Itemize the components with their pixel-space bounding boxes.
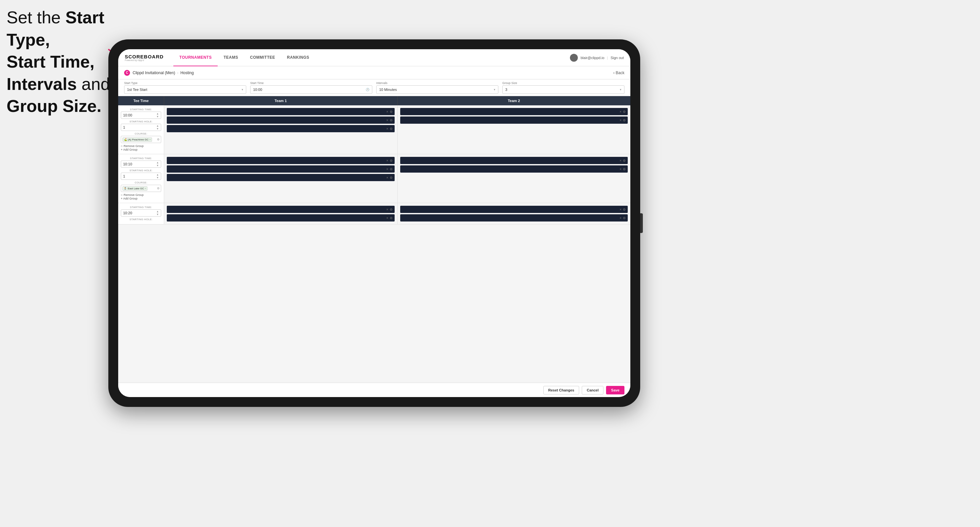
starting-time-input-1[interactable]: 10:00 ▲▼ <box>121 111 161 119</box>
list-item: × ⚙ <box>400 157 628 164</box>
remove-group-1[interactable]: ○ Remove Group <box>121 144 161 148</box>
time-stepper-3[interactable]: ▲▼ <box>156 210 159 216</box>
start-type-select[interactable]: 1st Tee Start ▾ <box>124 85 246 94</box>
player-settings-icon[interactable]: ⚙ <box>390 119 393 122</box>
add-group-2[interactable]: + Add Group <box>121 197 161 200</box>
player-settings-icon[interactable]: ⚙ <box>390 176 393 179</box>
player-settings-icon[interactable]: ⚙ <box>390 127 393 130</box>
player-settings-icon[interactable]: ⚙ <box>390 208 393 211</box>
nav-item-teams[interactable]: TEAMS <box>218 49 244 66</box>
team2-col-1: × ⚙ × ⚙ <box>398 105 631 154</box>
player-remove-icon[interactable]: × <box>619 208 622 211</box>
course-field-2[interactable]: 🏌 East Lake GC × ⚙ <box>121 185 161 192</box>
user-email: blair@clippd.io <box>581 56 604 60</box>
list-item: × ⚙ <box>167 125 395 132</box>
chevron-down-icon-3: ▾ <box>620 88 622 91</box>
start-time-select[interactable]: 10:00 🕐 <box>250 85 372 94</box>
player-remove-icon[interactable]: × <box>387 176 388 179</box>
course-tag-2: 🏌 East Lake GC × <box>123 186 147 190</box>
annotation-text: Set the Start Type, Start Time, Interval… <box>6 6 111 117</box>
table-row: STARTING TIME: 10:10 ▲▼ STARTING HOLE: 1… <box>118 154 630 203</box>
annotation-start-time: Start Time, <box>6 52 95 71</box>
player-remove-icon[interactable]: × <box>619 159 622 162</box>
player-settings-icon[interactable]: ⚙ <box>390 159 393 162</box>
tee-side-1: STARTING TIME: 10:00 ▲▼ STARTING HOLE: 1… <box>118 105 164 154</box>
player-remove-icon[interactable]: × <box>387 167 388 171</box>
col-tee-time: Tee Time <box>118 96 164 105</box>
nav-item-tournaments[interactable]: TOURNAMENTS <box>173 49 218 66</box>
starting-time-input-2[interactable]: 10:10 ▲▼ <box>121 160 161 168</box>
nav-right: blair@clippd.io | Sign out <box>570 54 624 62</box>
course-field-1[interactable]: ⛳ (A) Peachtree GC × ⚙ <box>121 136 161 143</box>
player-remove-icon[interactable]: × <box>387 159 388 162</box>
player-remove-icon[interactable]: × <box>387 119 388 122</box>
nav-item-committee[interactable]: COMMITTEE <box>244 49 281 66</box>
circle-icon-2: ○ <box>121 193 123 197</box>
team1-col-2: × ⚙ × ⚙ × ⚙ <box>164 154 398 203</box>
course-icon-1: ⛳ <box>124 138 127 141</box>
course-name-2: East Lake GC <box>128 187 144 190</box>
starting-hole-input-1[interactable]: 1 ▲▼ <box>121 124 161 131</box>
course-settings-icon-1[interactable]: ⚙ <box>157 138 159 141</box>
start-time-group: Start Time 10:00 🕐 <box>250 81 372 94</box>
sub-nav-title[interactable]: Clippd Invitational (Men) <box>133 71 175 75</box>
player-settings-icon[interactable]: ⚙ <box>390 110 393 114</box>
player-settings-icon[interactable]: ⚙ <box>623 110 626 114</box>
course-remove-1[interactable]: × <box>150 138 151 141</box>
player-remove-icon[interactable]: × <box>387 208 388 211</box>
intervals-select[interactable]: 10 Minutes ▾ <box>376 85 498 94</box>
team2-col-2: × ⚙ × ⚙ <box>398 154 631 203</box>
player-settings-icon[interactable]: ⚙ <box>623 208 626 211</box>
hole-stepper-2[interactable]: ▲▼ <box>156 173 159 179</box>
logo: SCOREBOARD Powered by clipp'd <box>125 54 164 61</box>
course-settings-icon-2[interactable]: ⚙ <box>157 187 159 190</box>
player-settings-icon[interactable]: ⚙ <box>390 167 393 171</box>
player-remove-icon[interactable]: × <box>619 119 622 122</box>
save-button[interactable]: Save <box>606 386 624 394</box>
teams-side-1: × ⚙ × ⚙ × ⚙ × <box>164 105 630 154</box>
col-team1: Team 1 <box>164 96 397 105</box>
player-remove-icon[interactable]: × <box>387 110 388 114</box>
player-remove-icon[interactable]: × <box>387 216 388 220</box>
add-group-1[interactable]: + Add Group <box>121 148 161 151</box>
hole-stepper-1[interactable]: ▲▼ <box>156 124 159 130</box>
player-settings-icon[interactable]: ⚙ <box>623 167 626 171</box>
starting-hole-input-2[interactable]: 1 ▲▼ <box>121 173 161 180</box>
cancel-button[interactable]: Cancel <box>582 386 603 394</box>
player-settings-icon[interactable]: ⚙ <box>623 159 626 162</box>
annotation-line1: Set the Start Type, <box>6 8 104 49</box>
course-remove-2[interactable]: × <box>145 187 146 190</box>
table-row: STARTING TIME: 10:00 ▲▼ STARTING HOLE: 1… <box>118 105 630 154</box>
list-item: × ⚙ <box>400 165 628 173</box>
table-content[interactable]: STARTING TIME: 10:00 ▲▼ STARTING HOLE: 1… <box>118 105 630 383</box>
sign-out-link[interactable]: Sign out <box>611 56 624 60</box>
time-stepper-1[interactable]: ▲▼ <box>156 112 159 118</box>
player-settings-icon[interactable]: ⚙ <box>623 119 626 122</box>
group-size-select[interactable]: 3 ▾ <box>502 85 624 94</box>
logo-text: SCOREBOARD <box>125 54 164 59</box>
player-remove-icon[interactable]: × <box>619 216 622 220</box>
back-button[interactable]: ‹ Back <box>613 71 624 75</box>
group-size-group: Group Size 3 ▾ <box>502 81 624 94</box>
list-item: × ⚙ <box>167 214 395 222</box>
remove-group-2[interactable]: ○ Remove Group <box>121 193 161 197</box>
time-stepper-2[interactable]: ▲▼ <box>156 161 159 167</box>
reset-changes-button[interactable]: Reset Changes <box>543 386 579 394</box>
nav-item-rankings[interactable]: RANKINGS <box>281 49 315 66</box>
course-label-1: COURSE: <box>121 132 161 135</box>
teams-side-2: × ⚙ × ⚙ × ⚙ × <box>164 154 630 203</box>
intervals-label: Intervals <box>376 81 498 85</box>
clock-icon: 🕐 <box>366 88 369 91</box>
player-remove-icon[interactable]: × <box>619 167 622 171</box>
chevron-down-icon: ▾ <box>242 88 243 91</box>
player-remove-icon[interactable]: × <box>387 127 388 130</box>
player-settings-icon[interactable]: ⚙ <box>390 216 393 220</box>
sub-nav: C Clippd Invitational (Men) › Hosting ‹ … <box>118 66 630 79</box>
list-item: × ⚙ <box>167 165 395 173</box>
starting-time-input-3[interactable]: 10:20 ▲▼ <box>121 210 161 217</box>
player-settings-icon[interactable]: ⚙ <box>623 216 626 220</box>
separator: | <box>607 56 608 60</box>
player-remove-icon[interactable]: × <box>619 110 622 114</box>
list-item: × ⚙ <box>167 174 395 181</box>
top-nav: SCOREBOARD Powered by clipp'd TOURNAMENT… <box>118 49 630 66</box>
